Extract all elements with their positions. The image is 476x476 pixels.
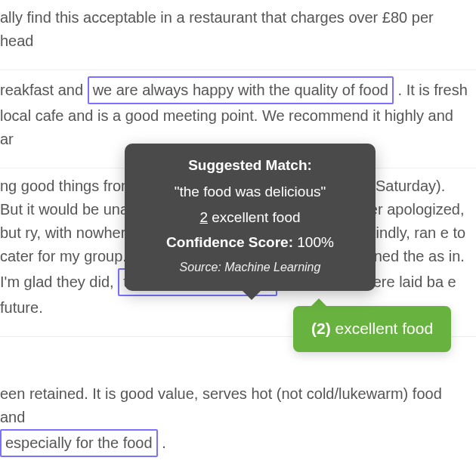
document-body: ally find this acceptable in a restauran…	[0, 0, 476, 474]
confidence-label: Confidence Score:	[166, 234, 297, 250]
tooltip-category: 2 excellent food	[137, 206, 363, 228]
review-text: reakfast and	[0, 82, 88, 98]
tag-arrow-icon	[311, 298, 326, 306]
review-paragraph: ally find this acceptable in a restauran…	[0, 0, 476, 70]
review-text: .	[162, 434, 166, 451]
review-text: een retained. It is good value, serves h…	[0, 385, 442, 425]
tag-number: (2)	[311, 320, 331, 337]
tooltip-confidence: Confidence Score: 100%	[137, 231, 363, 253]
highlighted-span[interactable]: especially for the food	[0, 429, 158, 457]
category-number: 2	[199, 209, 208, 225]
tooltip-arrow-icon	[243, 291, 261, 300]
tooltip-quote: "the food was delicious"	[137, 181, 363, 202]
category-tag[interactable]: (2) excellent food	[293, 306, 451, 352]
suggestion-tooltip: Suggested Match: "the food was delicious…	[125, 144, 376, 291]
review-text: ally find this acceptable in a restauran…	[0, 9, 434, 49]
category-label: excellent food	[208, 209, 301, 225]
highlighted-span[interactable]: we are always happy with the quality of …	[88, 76, 394, 104]
review-paragraph: een retained. It is good value, serves h…	[0, 337, 476, 474]
tooltip-source: Source: Machine Learning	[137, 258, 363, 277]
confidence-value: 100%	[297, 234, 334, 250]
tooltip-title: Suggested Match:	[137, 154, 363, 176]
tag-label: excellent food	[331, 320, 433, 337]
